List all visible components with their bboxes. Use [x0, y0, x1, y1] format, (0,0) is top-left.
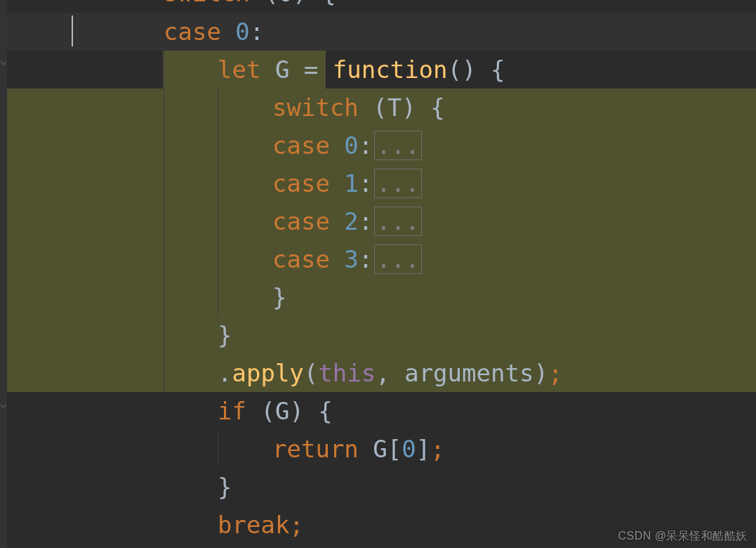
- token-punct: {: [416, 93, 445, 122]
- token-punct: :: [359, 169, 373, 197]
- token-punct: (): [448, 56, 477, 84]
- token-num: 0: [344, 131, 358, 159]
- code-line[interactable]: return G[0];: [0, 430, 756, 468]
- indent-guide: [218, 430, 218, 468]
- fold-placeholder[interactable]: ...: [374, 169, 421, 199]
- code-line[interactable]: case 3:...: [0, 240, 756, 278]
- code-line[interactable]: .apply(this, arguments);: [0, 354, 756, 392]
- token-punct: ]: [416, 435, 430, 463]
- token-ident: G: [275, 397, 289, 425]
- token-punct: (: [304, 359, 318, 387]
- code-line[interactable]: case 0:: [0, 13, 756, 51]
- token-punct: ): [402, 93, 416, 122]
- token-num: 0: [402, 435, 416, 463]
- token-kw: ;: [289, 511, 303, 539]
- token-kw: let: [218, 56, 275, 84]
- token-ident: T: [387, 93, 402, 122]
- token-num: 1: [344, 169, 358, 197]
- token-punct: }: [272, 283, 286, 311]
- token-punct: =: [289, 56, 332, 84]
- token-kw: ;: [548, 359, 562, 387]
- token-kw: case: [164, 18, 235, 46]
- token-ident: O: [279, 0, 293, 7]
- token-kw: switch: [164, 0, 264, 7]
- token-punct: {: [304, 397, 333, 425]
- token-num: 3: [344, 245, 358, 273]
- code-line[interactable]: case 2:...: [0, 202, 756, 240]
- fold-placeholder[interactable]: ...: [374, 244, 421, 275]
- token-kw: case: [272, 207, 344, 235]
- token-punct: {: [307, 0, 336, 7]
- code-line[interactable]: switch (O) {: [0, 0, 756, 12]
- token-punct: ): [533, 359, 548, 387]
- token-call: apply: [232, 359, 303, 387]
- token-punct: .: [218, 359, 232, 387]
- token-fn: function: [333, 56, 448, 84]
- indent-guide: [164, 51, 164, 392]
- token-punct: (: [373, 93, 387, 122]
- token-this: this: [318, 359, 376, 387]
- token-ident: arguments: [404, 359, 533, 387]
- token-punct: ,: [376, 359, 404, 387]
- token-punct: (: [264, 0, 278, 7]
- code-line[interactable]: case 1:...: [0, 164, 756, 202]
- code-line[interactable]: }: [0, 316, 756, 354]
- token-punct: :: [359, 131, 373, 159]
- token-punct: :: [359, 207, 373, 235]
- token-ident: G: [373, 435, 387, 463]
- token-kw: return: [272, 435, 373, 463]
- token-punct: :: [359, 245, 373, 273]
- code-line[interactable]: }: [0, 278, 756, 316]
- token-kw: case: [272, 245, 344, 273]
- code-line[interactable]: let G = function() {: [0, 51, 756, 89]
- token-num: 0: [235, 18, 249, 46]
- fold-placeholder[interactable]: ...: [374, 207, 421, 237]
- code-line[interactable]: break;: [0, 506, 756, 544]
- token-punct: ): [293, 0, 307, 7]
- token-punct: (: [260, 397, 274, 425]
- indent-guide: [218, 89, 218, 316]
- token-kw: if: [218, 397, 260, 425]
- token-punct: ): [289, 397, 303, 425]
- token-kw: ;: [430, 435, 444, 463]
- code-line[interactable]: if (G) {: [0, 392, 756, 430]
- code-line[interactable]: }: [0, 468, 756, 506]
- token-punct: [: [387, 435, 402, 463]
- code-line[interactable]: case 0:...: [0, 126, 756, 164]
- token-kw: break: [218, 511, 289, 539]
- token-num: 2: [344, 207, 358, 235]
- code-line[interactable]: switch (T) {: [0, 89, 756, 126]
- token-kw: switch: [272, 93, 373, 122]
- token-punct: :: [250, 18, 264, 46]
- token-punct: }: [218, 473, 232, 501]
- fold-placeholder[interactable]: ...: [374, 131, 421, 161]
- token-ident: G: [275, 56, 289, 84]
- token-kw: case: [272, 169, 344, 197]
- token-punct: }: [218, 321, 232, 349]
- token-kw: case: [272, 131, 344, 159]
- token-punct: {: [477, 56, 505, 84]
